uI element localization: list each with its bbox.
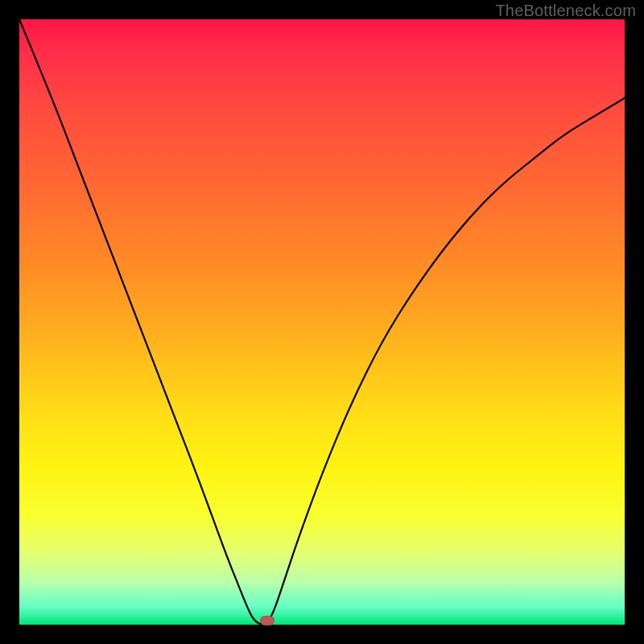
plot-area — [19, 19, 625, 625]
bottleneck-curve — [19, 19, 625, 625]
optimum-marker — [260, 616, 275, 625]
chart-frame: TheBottleneck.com — [0, 0, 644, 644]
watermark-text: TheBottleneck.com — [495, 2, 636, 20]
